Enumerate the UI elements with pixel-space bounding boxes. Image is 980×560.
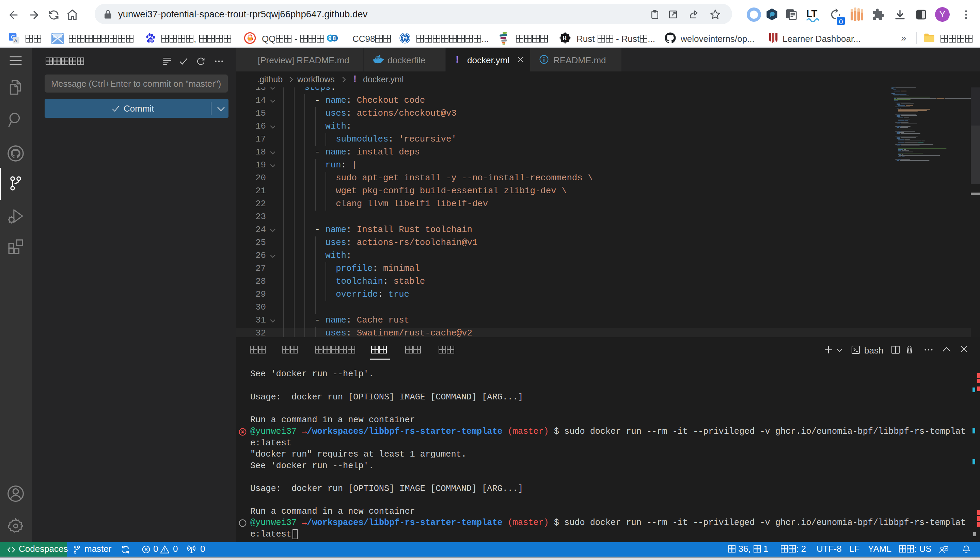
svg-text:8: 8	[333, 35, 336, 42]
svg-text:9: 9	[328, 35, 331, 42]
svg-text:R: R	[562, 35, 567, 42]
svg-text:a: a	[14, 37, 17, 43]
svg-text:du: du	[149, 39, 153, 43]
